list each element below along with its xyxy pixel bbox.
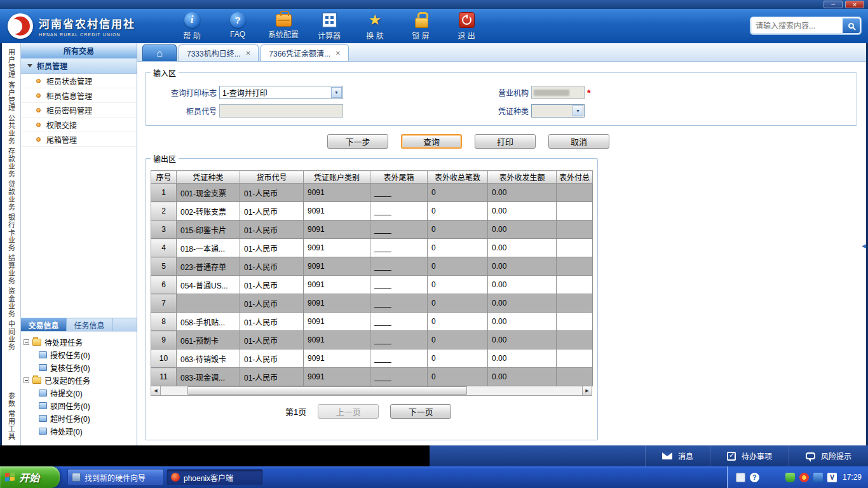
business-org-label: 营业机构 — [478, 87, 531, 98]
sidebar-tab-0[interactable]: 交易信息 — [21, 318, 67, 331]
table-cell: 01-人民币 — [240, 368, 304, 386]
table-row[interactable]: 9061-预制卡01-人民币9091____00.00 — [151, 331, 593, 349]
vertical-tab-0[interactable]: 用户管理 — [6, 48, 17, 79]
table-row[interactable]: 2002-转账支票01-人民币9091____00.00 — [151, 202, 593, 220]
row-number-cell: 2 — [151, 202, 177, 220]
cancel-button[interactable]: 取消 — [548, 134, 609, 149]
vertical-tab-10[interactable]: 常用工具 — [6, 410, 17, 440]
status-todo[interactable]: 待办事项 — [710, 445, 789, 466]
query-print-flag-select[interactable]: 1-查询并打印 — [219, 86, 343, 99]
tab-7366[interactable]: 7366凭证余额清... — [261, 44, 348, 61]
table-cell: 0.00 — [488, 368, 557, 386]
sidebar-item-label: 柜员密码管理 — [46, 105, 92, 116]
keyboard-icon[interactable] — [736, 473, 745, 482]
next-page-button[interactable]: 下一页 — [390, 404, 451, 419]
vertical-tab-9[interactable]: 参数 — [6, 392, 17, 407]
collapse-icon[interactable] — [24, 339, 29, 345]
taskbar-task-hardware[interactable]: 找到新的硬件向导 — [67, 469, 164, 485]
sidebar-item-0[interactable]: 柜员状态管理 — [21, 74, 137, 88]
horizontal-scrollbar[interactable] — [151, 386, 592, 396]
network-icon[interactable] — [813, 473, 823, 482]
table-cell: 023-普通存单 — [177, 257, 240, 276]
scrollbar-thumb[interactable] — [187, 386, 467, 395]
toolbar-help[interactable]: 帮 助 — [173, 12, 211, 41]
query-button[interactable]: 查询 — [401, 134, 462, 149]
column-header: 表外收总笔数 — [428, 171, 488, 184]
section-teller-management[interactable]: 柜员管理 — [21, 58, 137, 74]
collapse-icon[interactable] — [24, 377, 29, 383]
tree-leaf[interactable]: 待提交(0) — [24, 386, 134, 399]
status-risk[interactable]: 风险提示 — [789, 445, 868, 466]
toolbar-lock-screen[interactable]: 锁 屏 — [402, 12, 440, 41]
tree-node[interactable]: 待处理任务 — [24, 336, 134, 348]
query-print-flag-value: 1-查询并打印 — [220, 87, 330, 98]
search-input[interactable] — [752, 18, 843, 33]
sidebar-tab-1[interactable]: 任务信息 — [67, 318, 112, 331]
vertical-tab-8[interactable]: 中间业务 — [6, 320, 17, 351]
close-tab-icon[interactable] — [246, 49, 251, 58]
sidebar-item-4[interactable]: 尾箱管理 — [21, 132, 137, 147]
table-row[interactable]: 11083-现金调...01-人民币9091____00.00 — [151, 368, 593, 386]
vertical-tab-4[interactable]: 贷款业务 — [6, 180, 17, 211]
vertical-tab-2[interactable]: 公共业务 — [6, 114, 17, 145]
sidebar-item-3[interactable]: 权限交接 — [21, 118, 137, 132]
table-cell: 01-人民币 — [240, 257, 304, 276]
hardware-icon — [72, 473, 81, 482]
table-cell: 0.00 — [488, 220, 557, 239]
close-tab-icon[interactable] — [336, 49, 341, 58]
row-number-cell: 3 — [151, 220, 177, 239]
collapse-panel-icon[interactable] — [862, 239, 866, 250]
table-row[interactable]: 4018-一本通...01-人民币9091____00.00 — [151, 239, 593, 257]
table-row[interactable]: 3015-印鉴卡片01-人民币9091____00.00 — [151, 220, 593, 239]
task-label: 找到新的硬件向导 — [85, 472, 146, 483]
business-org-input[interactable] — [531, 86, 585, 99]
help-tray-icon[interactable] — [750, 473, 759, 482]
next-step-button[interactable]: 下一步 — [327, 134, 388, 149]
security-tray-icon[interactable] — [799, 473, 809, 482]
input-method-icon[interactable] — [827, 473, 837, 482]
minimize-button[interactable] — [824, 1, 843, 8]
table-row[interactable]: 1001-现金支票01-人民币9091____00.00 — [151, 184, 593, 202]
scroll-right-icon[interactable] — [582, 386, 592, 395]
status-message[interactable]: 消息 — [645, 445, 710, 466]
search-button[interactable] — [843, 18, 860, 33]
tab-7333[interactable]: 7333机构日终... — [179, 44, 259, 61]
table-cell: 9091 — [304, 349, 370, 368]
vertical-tab-1[interactable]: 客户管理 — [6, 81, 17, 112]
toolbar-skin[interactable]: 换 肤 — [356, 12, 394, 41]
prev-page-button[interactable]: 上一页 — [318, 404, 379, 419]
vertical-tab-3[interactable]: 存款业务 — [6, 147, 17, 178]
vertical-tab-5[interactable]: 银行卡业务 — [6, 214, 17, 252]
tree-node[interactable]: 已发起的任务 — [24, 374, 134, 386]
tree-leaf[interactable]: 待处理(0) — [24, 424, 134, 437]
toolbar-faq[interactable]: FAQ — [219, 12, 257, 41]
home-tab[interactable] — [142, 44, 177, 61]
start-button[interactable]: 开始 — [0, 466, 60, 488]
taskbar-task-phoenix[interactable]: phoenix客户端 — [166, 469, 263, 485]
scrollbar-track[interactable] — [161, 386, 582, 395]
voucher-type-select[interactable] — [531, 104, 585, 118]
tree-leaf[interactable]: 驳回任务(0) — [24, 399, 134, 412]
table-row[interactable]: 5023-普通存单01-人民币9091____00.00 — [151, 257, 593, 276]
close-button[interactable] — [845, 1, 864, 8]
table-row[interactable]: 10063-待销毁卡01-人民币9091____00.00 — [151, 349, 593, 368]
table-row[interactable]: 6054-普通US...01-人民币9091____00.00 — [151, 276, 593, 294]
table-row[interactable]: 8058-手机贴...01-人民币9091____00.00 — [151, 313, 593, 331]
tree-leaf[interactable]: 授权任务(0) — [24, 348, 134, 361]
toolbar-exit[interactable]: 退 出 — [447, 12, 485, 41]
vertical-tab-6[interactable]: 结算业务 — [6, 254, 17, 285]
toolbar-system-config[interactable]: 系统配置 — [264, 12, 302, 41]
calculator-icon — [322, 12, 337, 28]
sidebar-item-1[interactable]: 柜员信息管理 — [21, 88, 137, 103]
antivirus-icon[interactable] — [785, 473, 795, 482]
table-row[interactable]: 701-人民币9091____00.00 — [151, 294, 593, 313]
column-header: 表外收发生额 — [488, 171, 557, 184]
teller-code-input[interactable] — [219, 104, 343, 118]
scroll-left-icon[interactable] — [151, 386, 161, 395]
print-button[interactable]: 打印 — [475, 134, 536, 149]
tree-leaf[interactable]: 复核任务(0) — [24, 361, 134, 374]
vertical-tab-7[interactable]: 资金业务 — [6, 287, 17, 318]
toolbar-calculator[interactable]: 计算器 — [310, 12, 348, 41]
sidebar-item-2[interactable]: 柜员密码管理 — [21, 103, 137, 118]
tree-leaf[interactable]: 超时任务(0) — [24, 412, 134, 424]
